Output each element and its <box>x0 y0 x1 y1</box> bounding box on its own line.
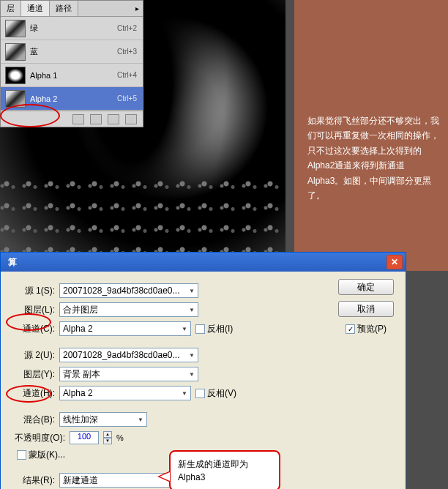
delete-channel-icon[interactable] <box>125 114 137 124</box>
percent-label: % <box>116 433 124 442</box>
preview-label: 预览(P) <box>357 323 387 335</box>
source2-invert-wrap[interactable]: 反相(V) <box>195 387 236 400</box>
chevron-down-icon: ▼ <box>189 307 195 313</box>
channels-panel: 层 通道 路径 ▸ 绿 Ctrl+2 蓝 Ctrl+3 Alpha 1 Ctrl… <box>0 0 143 127</box>
channel-shortcut: Ctrl+5 <box>117 94 143 102</box>
chevron-down-icon: ▼ <box>182 390 187 397</box>
source2-invert-label: 反相(V) <box>207 387 236 400</box>
callout-text: 新生成的通道即为Alpha3 <box>178 459 248 482</box>
channel-name: 蓝 <box>30 46 117 57</box>
blend-mode-select[interactable]: 线性加深▼ <box>59 412 147 427</box>
spinner-up-icon[interactable]: ▲ <box>103 431 112 438</box>
blend-label: 混合(B): <box>10 414 55 426</box>
cancel-button[interactable]: 取消 <box>338 301 394 317</box>
new-channel-icon[interactable] <box>108 114 119 124</box>
channel-row-alpha1[interactable]: Alpha 1 Ctrl+4 <box>1 64 143 87</box>
chevron-down-icon: ▼ <box>189 352 195 359</box>
panel-footer <box>1 111 143 127</box>
tab-paths[interactable]: 路径 <box>50 1 78 16</box>
close-button[interactable]: ✕ <box>387 255 403 269</box>
ok-button[interactable]: 确定 <box>338 279 394 295</box>
mask-label: 蒙版(K)... <box>29 449 65 461</box>
channel-row-green[interactable]: 绿 Ctrl+2 <box>1 17 143 40</box>
tab-channels[interactable]: 通道 <box>21 1 50 16</box>
calculations-dialog: 算 ✕ 确定 取消 预览(P) 源 1(S): 20071028_9ad4bf3… <box>0 252 406 489</box>
channel-shortcut: Ctrl+4 <box>117 71 143 79</box>
mask-checkbox[interactable] <box>17 450 26 460</box>
save-selection-icon[interactable] <box>90 114 102 124</box>
source2-channel-label: 通道(H): <box>10 387 55 400</box>
source1-invert-wrap[interactable]: 反相(I) <box>195 323 233 335</box>
source1-channel-label: 通道(C): <box>10 323 55 335</box>
channel-row-blue[interactable]: 蓝 Ctrl+3 <box>1 40 143 64</box>
source2-layer-select[interactable]: 背景 副本▼ <box>59 367 198 381</box>
chevron-down-icon: ▼ <box>182 326 187 332</box>
source2-channel-select[interactable]: Alpha 2▼ <box>59 386 191 400</box>
mask-checkbox-wrap[interactable]: 蒙版(K)... <box>17 449 65 461</box>
source1-channel-select[interactable]: Alpha 2▼ <box>59 321 191 336</box>
channel-thumb <box>5 67 26 84</box>
chevron-down-icon: ▼ <box>138 417 143 423</box>
source1-file-select[interactable]: 20071028_9ad4bf38cd0ae0...▼ <box>59 283 198 298</box>
load-selection-icon[interactable] <box>72 114 84 124</box>
dialog-title: 算 <box>8 256 387 269</box>
panel-tabs: 层 通道 路径 ▸ <box>1 1 143 17</box>
channel-name: Alpha 1 <box>30 71 117 80</box>
channel-thumb <box>5 90 26 108</box>
preview-checkbox-wrap[interactable]: 预览(P) <box>346 323 387 335</box>
instruction-panel: 如果觉得飞丝部分还不够突出，我们可以再重复做一次相同的操作，只不过这次要选择上次… <box>294 0 448 271</box>
opacity-spinner: ▲ ▼ <box>103 431 112 444</box>
chevron-down-icon: ▼ <box>189 288 195 294</box>
source1-layer-select[interactable]: 合并图层▼ <box>59 302 198 317</box>
channel-thumb <box>5 43 26 61</box>
channel-row-alpha2[interactable]: Alpha 2 Ctrl+5 <box>1 87 143 111</box>
panel-menu-icon[interactable]: ▸ <box>131 4 143 12</box>
channel-name: 绿 <box>30 23 117 34</box>
channel-shortcut: Ctrl+3 <box>117 48 143 56</box>
callout-box: 新生成的通道即为Alpha3 <box>169 450 280 489</box>
button-column: 确定 取消 预览(P) <box>338 279 394 335</box>
dialog-titlebar[interactable]: 算 ✕ <box>1 253 406 272</box>
source2-layer-label: 图层(Y): <box>10 368 55 381</box>
instruction-text: 如果觉得飞丝部分还不够突出，我们可以再重复做一次相同的操作，只不过这次要选择上次… <box>307 113 439 203</box>
preview-checkbox[interactable] <box>346 324 355 334</box>
channel-shortcut: Ctrl+2 <box>117 24 143 32</box>
callout-tail-icon <box>157 471 171 482</box>
source2-invert-checkbox[interactable] <box>195 389 205 398</box>
channel-thumb <box>5 20 26 37</box>
source1-invert-checkbox[interactable] <box>195 324 205 334</box>
channel-name: Alpha 2 <box>30 94 117 103</box>
dialog-body: 确定 取消 预览(P) 源 1(S): 20071028_9ad4bf38cd0… <box>1 272 406 489</box>
opacity-input[interactable]: 100 <box>70 431 99 444</box>
result-label: 结果(R): <box>10 474 55 487</box>
spinner-down-icon[interactable]: ▼ <box>103 438 112 444</box>
tab-layers[interactable]: 层 <box>1 1 21 16</box>
source2-label: 源 2(U): <box>10 349 55 362</box>
source1-layer-label: 图层(L): <box>10 304 55 316</box>
source1-invert-label: 反相(I) <box>207 323 233 335</box>
chevron-down-icon: ▼ <box>189 371 195 378</box>
source2-file-select[interactable]: 20071028_9ad4bf38cd0ae0...▼ <box>59 348 198 362</box>
opacity-label: 不透明度(O): <box>10 432 65 444</box>
source1-label: 源 1(S): <box>10 285 55 297</box>
